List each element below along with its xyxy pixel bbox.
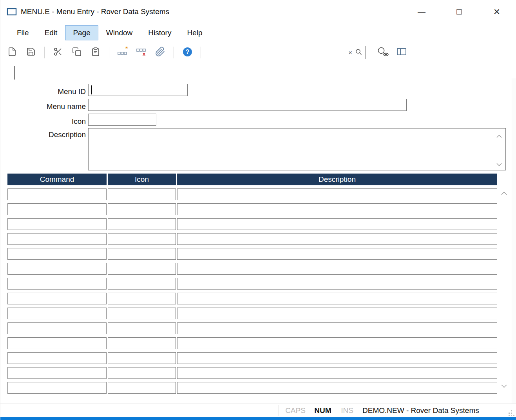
command-cell[interactable] [7, 382, 107, 394]
table-row[interactable] [7, 337, 497, 349]
command-cell[interactable] [7, 263, 107, 275]
resize-grip[interactable] [509, 413, 510, 414]
command-cell[interactable] [7, 337, 107, 349]
icon-cell[interactable] [108, 248, 176, 260]
icon-cell[interactable] [108, 218, 176, 230]
icon-cell[interactable] [108, 293, 176, 304]
command-cell[interactable] [7, 367, 107, 379]
description-cell[interactable] [177, 248, 497, 260]
help-icon: ? [182, 47, 193, 59]
new-button[interactable] [4, 45, 20, 60]
table-row[interactable] [7, 263, 497, 275]
window-scrollbar[interactable] [512, 78, 516, 404]
command-cell[interactable] [7, 352, 107, 364]
close-button[interactable]: × [488, 4, 506, 20]
icon-cell[interactable] [108, 382, 176, 394]
maximize-button[interactable]: □ [450, 4, 468, 20]
menu-edit[interactable]: Edit [37, 25, 65, 40]
paste-button[interactable] [88, 45, 103, 60]
clear-search-icon[interactable]: × [348, 49, 352, 56]
description-cell[interactable] [177, 278, 497, 290]
table-row[interactable] [7, 367, 497, 379]
table-row[interactable] [7, 233, 497, 245]
description-field[interactable] [88, 128, 506, 170]
scroll-up-icon[interactable] [495, 132, 503, 140]
table-scroll-up-icon[interactable] [500, 189, 508, 197]
icon-cell[interactable] [108, 337, 176, 349]
menu-page[interactable]: Page [65, 25, 98, 40]
minimize-button[interactable]: — [413, 4, 431, 20]
cut-button[interactable] [50, 45, 66, 60]
icon-cell[interactable] [108, 322, 176, 334]
table-row[interactable] [7, 278, 497, 290]
icon-cell[interactable] [108, 188, 176, 200]
toolbar-separator [201, 47, 201, 58]
command-cell[interactable] [7, 322, 107, 334]
icon-cell[interactable] [108, 203, 176, 215]
icon-field[interactable] [88, 114, 156, 126]
description-cell[interactable] [177, 367, 497, 379]
command-cell[interactable] [7, 308, 107, 319]
table-row[interactable] [7, 203, 497, 215]
scroll-down-icon[interactable] [495, 161, 503, 168]
command-cell[interactable] [7, 293, 107, 304]
menu-bar: File Edit Page Window History Help [0, 24, 516, 42]
delete-row-button[interactable]: x [134, 45, 149, 60]
save-button[interactable] [23, 45, 39, 60]
icon-cell[interactable] [108, 367, 176, 379]
menu-window[interactable]: Window [98, 25, 141, 40]
description-cell[interactable] [177, 337, 497, 349]
description-label: Description [8, 130, 86, 139]
table-row[interactable] [7, 248, 497, 260]
toolbar: * x ? × [0, 42, 516, 63]
command-cell[interactable] [7, 233, 107, 245]
description-cell[interactable] [177, 308, 497, 319]
icon-cell[interactable] [108, 233, 176, 245]
description-cell[interactable] [177, 263, 497, 275]
layout-button[interactable] [394, 45, 409, 60]
icon-cell[interactable] [108, 352, 176, 364]
copy-button[interactable] [69, 45, 85, 60]
description-cell[interactable] [177, 352, 497, 364]
description-cell[interactable] [177, 322, 497, 334]
description-cell[interactable] [177, 218, 497, 230]
command-cell[interactable] [7, 188, 107, 200]
attachment-button[interactable] [152, 45, 168, 60]
search-icon[interactable] [355, 49, 362, 57]
menu-file[interactable]: File [9, 25, 37, 40]
menu-help[interactable]: Help [179, 25, 210, 40]
table-row[interactable] [7, 218, 497, 230]
menu-name-field[interactable] [88, 99, 407, 111]
command-cell[interactable] [7, 278, 107, 290]
help-button[interactable]: ? [179, 45, 195, 60]
menu-history[interactable]: History [140, 25, 179, 40]
table-row[interactable] [7, 308, 497, 319]
menu-id-field[interactable] [88, 84, 188, 96]
svg-text:*: * [125, 47, 128, 52]
title-bar: MENU.E - Menu Entry - Rover Data Systems… [0, 0, 516, 24]
table-row[interactable] [7, 293, 497, 304]
command-cell[interactable] [7, 248, 107, 260]
insert-row-button[interactable]: * [115, 45, 130, 60]
icon-cell[interactable] [108, 278, 176, 290]
command-cell[interactable] [7, 203, 107, 215]
icon-cell[interactable] [108, 308, 176, 319]
icon-cell[interactable] [108, 263, 176, 275]
search-input[interactable] [212, 49, 345, 56]
table-row[interactable] [7, 322, 497, 334]
command-cell[interactable] [7, 218, 107, 230]
description-cell[interactable] [177, 188, 497, 200]
description-cell[interactable] [177, 293, 497, 304]
paste-icon [91, 47, 100, 58]
table-row[interactable] [7, 188, 497, 200]
table-row[interactable] [7, 352, 497, 364]
description-cell[interactable] [177, 203, 497, 215]
form-area: Menu ID Menu name Icon Description Comma… [0, 63, 516, 404]
search-preview-icon [377, 47, 389, 59]
table-scroll-down-icon[interactable] [500, 382, 508, 390]
description-cell[interactable] [177, 382, 497, 394]
description-cell[interactable] [177, 233, 497, 245]
find-preview-button[interactable] [375, 45, 391, 60]
table-row[interactable] [7, 382, 497, 394]
window-icon [7, 7, 17, 16]
